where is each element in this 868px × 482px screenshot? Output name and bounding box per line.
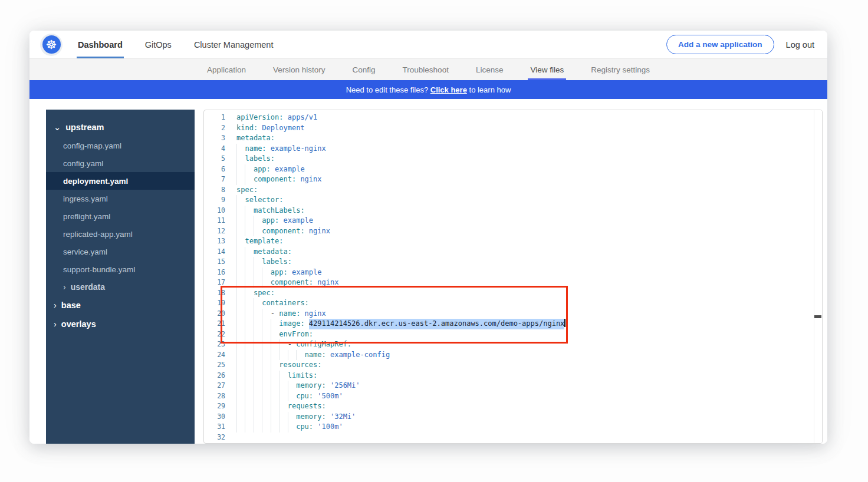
indent-guide bbox=[254, 391, 262, 402]
code-line[interactable]: 26limits: bbox=[204, 371, 814, 381]
nav-item-gitops[interactable]: GitOps bbox=[145, 31, 172, 58]
add-application-button[interactable]: Add a new application bbox=[666, 35, 774, 54]
tab-application[interactable]: Application bbox=[207, 59, 246, 80]
indent-guide bbox=[245, 412, 253, 422]
indent-guide bbox=[245, 288, 253, 299]
tab-license[interactable]: License bbox=[476, 59, 504, 80]
indent-guide bbox=[245, 371, 253, 381]
logout-link[interactable]: Log out bbox=[786, 40, 814, 49]
code-line[interactable]: 21image: 429114214526.dkr.ecr.us-east-2.… bbox=[204, 319, 814, 329]
code-line[interactable]: 25resources: bbox=[204, 360, 814, 371]
indent-guide bbox=[245, 226, 253, 237]
indent-guide bbox=[254, 381, 262, 391]
code-line[interactable]: 19containers: bbox=[204, 298, 814, 309]
tab-troubleshoot[interactable]: Troubleshoot bbox=[403, 59, 449, 80]
code-line[interactable]: 3metadata: bbox=[204, 133, 814, 144]
code-line[interactable]: 10matchLabels: bbox=[204, 206, 814, 216]
tree-file-preflight.yaml[interactable]: preflight.yaml bbox=[46, 207, 195, 225]
tree-dir-userdata[interactable]: ›userdata bbox=[46, 278, 195, 296]
tree-file-deployment.yaml[interactable]: deployment.yaml bbox=[46, 172, 195, 190]
indent-guide bbox=[236, 319, 245, 329]
yaml-editor[interactable]: 1apiVersion: apps/v12kind: Deployment3me… bbox=[203, 110, 823, 444]
indent-guide bbox=[245, 319, 253, 329]
nav-item-dashboard[interactable]: Dashboard bbox=[78, 31, 123, 58]
code-line[interactable]: 23- configMapRef: bbox=[204, 339, 814, 350]
line-number: 23 bbox=[204, 339, 225, 350]
indent-guide bbox=[236, 144, 245, 154]
code-line[interactable]: 2kind: Deployment bbox=[204, 123, 814, 134]
indent-guide bbox=[279, 412, 287, 422]
code-line[interactable]: 27memory: '256Mi' bbox=[204, 381, 814, 391]
indent-guide bbox=[245, 206, 253, 216]
code-line[interactable]: 15labels: bbox=[204, 257, 814, 268]
indent-guide bbox=[279, 422, 287, 433]
indent-guide bbox=[279, 381, 287, 391]
code-line[interactable]: 16app: example bbox=[204, 268, 814, 278]
chevron-right-icon: › bbox=[54, 319, 57, 329]
tree-file-config-map.yaml[interactable]: config-map.yaml bbox=[46, 137, 195, 154]
line-number: 13 bbox=[204, 236, 225, 247]
indent-guide bbox=[262, 360, 270, 371]
tree-file-service.yaml[interactable]: service.yaml bbox=[46, 243, 195, 260]
code-line[interactable]: 8spec: bbox=[204, 185, 814, 196]
line-number: 7 bbox=[204, 174, 225, 185]
indent-guide bbox=[271, 401, 279, 412]
line-number: 17 bbox=[204, 278, 225, 288]
code-line[interactable]: 5labels: bbox=[204, 154, 814, 164]
top-header: ☸ DashboardGitOpsCluster Management Add … bbox=[29, 31, 827, 59]
code-line[interactable]: 31cpu: '100m' bbox=[204, 422, 814, 433]
code-line[interactable]: 12component: nginx bbox=[204, 226, 814, 237]
code-line[interactable]: 11app: example bbox=[204, 216, 814, 226]
tree-dir-overlays[interactable]: ›overlays bbox=[46, 315, 195, 334]
code-line[interactable]: 30memory: '32Mi' bbox=[204, 412, 814, 422]
code-line[interactable]: 28cpu: '500m' bbox=[204, 391, 814, 402]
code-line[interactable]: 14metadata: bbox=[204, 247, 814, 257]
line-number: 5 bbox=[204, 154, 225, 164]
indent-guide bbox=[254, 339, 262, 350]
indent-guide bbox=[245, 381, 253, 391]
code-line[interactable]: 22envFrom: bbox=[204, 329, 814, 340]
editor-scrollbar-track[interactable] bbox=[814, 110, 822, 443]
tab-config[interactable]: Config bbox=[353, 59, 376, 80]
code-line[interactable]: 32 bbox=[204, 433, 814, 443]
code-line[interactable]: 6app: example bbox=[204, 164, 814, 175]
tab-view-files[interactable]: View files bbox=[530, 59, 564, 80]
code-line[interactable]: 24name: example-config bbox=[204, 350, 814, 361]
code-line[interactable]: 29requests: bbox=[204, 401, 814, 412]
indent-guide bbox=[262, 422, 270, 433]
banner-click-here-link[interactable]: Click here bbox=[430, 85, 467, 94]
indent-guide bbox=[271, 391, 279, 402]
code-line[interactable]: 7component: nginx bbox=[204, 174, 814, 185]
code-line[interactable]: 1apiVersion: apps/v1 bbox=[204, 113, 814, 123]
code-line[interactable]: 20- name: nginx bbox=[204, 309, 814, 319]
code-line[interactable]: 17component: nginx bbox=[204, 278, 814, 288]
tab-registry-settings[interactable]: Registry settings bbox=[591, 59, 650, 80]
nav-item-cluster-management[interactable]: Cluster Management bbox=[194, 31, 274, 58]
tree-file-ingress.yaml[interactable]: ingress.yaml bbox=[46, 190, 195, 207]
indent-guide bbox=[262, 412, 270, 422]
tree-dir-base[interactable]: ›base bbox=[46, 296, 195, 315]
indent-guide bbox=[271, 360, 279, 371]
code-line[interactable]: 4name: example-nginx bbox=[204, 144, 814, 154]
indent-guide bbox=[245, 174, 253, 185]
tree-dir-upstream[interactable]: ⌄upstream bbox=[46, 118, 195, 137]
indent-guide bbox=[288, 391, 296, 402]
tree-file-replicated-app.yaml[interactable]: replicated-app.yaml bbox=[46, 225, 195, 243]
indent-guide bbox=[245, 360, 253, 371]
line-number: 16 bbox=[204, 268, 225, 278]
chevron-right-icon: › bbox=[63, 282, 66, 292]
editor-scrollbar-thumb[interactable] bbox=[814, 315, 821, 318]
indent-guide bbox=[271, 412, 279, 422]
code-line[interactable]: 18spec: bbox=[204, 288, 814, 299]
code-line[interactable]: 13template: bbox=[204, 236, 814, 247]
tree-file-config.yaml[interactable]: config.yaml bbox=[46, 154, 195, 172]
indent-guide bbox=[245, 164, 253, 175]
indent-guide bbox=[262, 371, 270, 381]
indent-guide bbox=[245, 216, 253, 226]
tab-version-history[interactable]: Version history bbox=[273, 59, 326, 80]
code-line[interactable]: 9selector: bbox=[204, 195, 814, 206]
tree-file-support-bundle.yaml[interactable]: support-bundle.yaml bbox=[46, 260, 195, 278]
code-area[interactable]: 1apiVersion: apps/v12kind: Deployment3me… bbox=[204, 113, 814, 443]
selected-text: 429114214526.dkr.ecr.us-east-2.amazonaws… bbox=[309, 319, 564, 329]
line-number: 4 bbox=[204, 144, 225, 154]
